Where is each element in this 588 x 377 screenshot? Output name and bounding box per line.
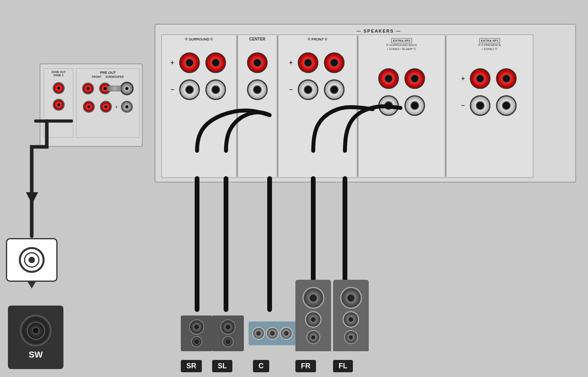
fr-speaker bbox=[295, 280, 331, 351]
pre-out-label: PRE OUT bbox=[100, 71, 116, 75]
center-pos bbox=[247, 52, 268, 73]
sp1-l-pos bbox=[496, 68, 517, 89]
center-label: CENTER bbox=[249, 37, 265, 41]
sl-speaker bbox=[212, 315, 244, 351]
svg-point-8 bbox=[29, 257, 35, 263]
sub-port2-rca bbox=[121, 101, 133, 113]
front-group: ® FRONT © + − bbox=[278, 35, 357, 178]
sub-port2-label: 2 bbox=[115, 105, 117, 109]
sp2-r-neg bbox=[378, 95, 399, 116]
pre-out-section: PRE OUT FRONT SUBWOOFER 1 2 bbox=[76, 68, 140, 138]
front-r2-rca bbox=[83, 101, 95, 113]
c-speaker bbox=[249, 321, 296, 345]
arrow-down: ▼ bbox=[22, 187, 42, 207]
front-sub-label: FRONT bbox=[92, 75, 102, 78]
minus-label: − bbox=[170, 86, 175, 93]
zone-out-section: ZONE OUTZONE 2 bbox=[44, 68, 73, 138]
receiver-panel: SPEAKERS ® SURROUND © + − CENTER bbox=[155, 24, 576, 183]
fr-label-bar: FR bbox=[295, 360, 316, 372]
sw-driver bbox=[20, 315, 52, 346]
zone-out-label: ZONE OUTZONE 2 bbox=[51, 71, 65, 77]
surround-group: ® SURROUND © + − bbox=[161, 35, 237, 178]
sp2-l-pos bbox=[404, 68, 425, 89]
sw-label: SW bbox=[29, 350, 42, 360]
left-panel: ZONE OUTZONE 2 PRE OUT FRONT SUBWOOFER 1 bbox=[40, 63, 143, 147]
surround-l-pos bbox=[205, 52, 226, 73]
front-l-neg bbox=[324, 79, 345, 100]
front-r-neg bbox=[298, 79, 318, 100]
extra-sp2-group: EXTRA SP2 ® SURROUND BACK/ ZONE2 / Bi-AM… bbox=[358, 35, 445, 178]
sr-label-bar: SR bbox=[181, 360, 202, 372]
sub-port1-rca bbox=[120, 82, 134, 95]
zone-out-r bbox=[53, 82, 65, 94]
fl-speaker bbox=[333, 280, 369, 351]
extra-sp1-badge: EXTRA SP1 bbox=[479, 38, 500, 43]
sr-speaker bbox=[181, 315, 213, 351]
surround-l-neg bbox=[205, 79, 226, 100]
sw-speaker: SW bbox=[8, 306, 63, 369]
sp2-r-pos bbox=[378, 68, 399, 89]
surround-r-neg bbox=[179, 79, 200, 100]
front-r-rca bbox=[82, 83, 94, 94]
sp1-l-neg bbox=[496, 95, 517, 116]
sp1-minus: − bbox=[461, 102, 466, 109]
sp1-r-pos bbox=[470, 68, 490, 89]
speakers-label: SPEAKERS bbox=[356, 29, 401, 33]
extra-sp1-group: EXTRA SP1 ® F.PRESENCE/ ZONE2 © + − bbox=[446, 35, 533, 178]
extra-sp2-label: ® SURROUND BACK/ ZONE2 / Bi-AMP © bbox=[358, 43, 445, 51]
center-group: CENTER bbox=[237, 35, 277, 178]
front-l2-rca bbox=[100, 101, 112, 113]
plus-label: + bbox=[170, 59, 175, 66]
surround-label: ® SURROUND © bbox=[185, 37, 213, 41]
front-r-pos bbox=[298, 52, 318, 73]
sl-label-bar: SL bbox=[212, 360, 232, 372]
c-label-bar: C bbox=[253, 360, 269, 372]
center-neg bbox=[247, 79, 268, 100]
sp2-l-neg bbox=[404, 95, 425, 116]
subwoofer-label: SUBWOOFER bbox=[105, 75, 124, 78]
front-label: ® FRONT © bbox=[308, 37, 327, 41]
front-l-pos bbox=[324, 52, 345, 73]
speaker-groups: ® SURROUND © + − CENTER bbox=[161, 35, 571, 178]
extra-sp1-label: ® F.PRESENCE/ ZONE2 © bbox=[446, 43, 533, 51]
extra-sp2-badge: EXTRA SP2 bbox=[391, 38, 412, 43]
zone-out-l bbox=[53, 99, 65, 111]
front-minus: − bbox=[289, 86, 294, 93]
surround-r-pos bbox=[179, 52, 200, 73]
fl-label-bar: FL bbox=[333, 360, 353, 372]
sp1-r-neg bbox=[470, 95, 490, 116]
sw-connector-bubble bbox=[6, 238, 57, 282]
sp1-plus: + bbox=[461, 75, 466, 82]
front-plus: + bbox=[289, 59, 294, 66]
